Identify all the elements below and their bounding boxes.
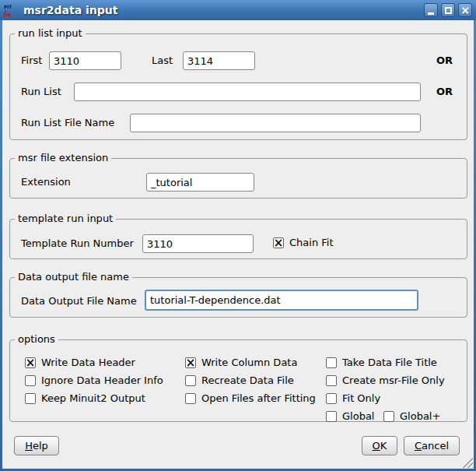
fit-only-checkbox-box[interactable] [326,393,337,404]
chain-fit-label: Chain Fit [289,237,334,248]
group-template-run-input: template run input Template Run Number ×… [9,219,467,259]
first-run-input[interactable] [49,51,121,70]
close-button[interactable]: × [458,3,472,17]
extension-label: Extension [21,173,71,192]
keep-minuit2-output-label: Keep Minuit2 Output [41,392,145,404]
or-label-run-list: OR [436,83,453,101]
checkbox-open-files-after-fitting[interactable]: Open Files after Fitting [185,392,316,404]
global-plus-checkbox-box[interactable] [383,411,394,422]
template-run-number-input[interactable] [142,234,254,253]
chain-fit-checkbox-box[interactable]: × [273,237,284,248]
checkbox-write-column-data[interactable]: × Write Column Data [185,357,297,368]
run-list-label: Run List [21,83,61,101]
open-files-after-fitting-checkbox-box[interactable] [185,393,196,404]
write-data-header-checkbox-box[interactable]: × [25,357,36,368]
last-run-input[interactable] [183,51,255,70]
write-column-data-checkbox-box[interactable]: × [185,357,196,368]
create-msr-file-only-checkbox-box[interactable] [326,375,337,386]
group-msr-file-extension: msr file extension Extension [9,158,467,199]
write-column-data-label: Write Column Data [201,357,297,368]
checkbox-take-data-file-title[interactable]: Take Data File Title [326,357,437,368]
open-files-after-fitting-label: Open Files after Fitting [201,392,316,404]
minimize-icon [428,12,434,15]
ignore-data-header-info-checkbox-box[interactable] [25,375,36,386]
dialog-content: run list input First Last OR Run List OR… [2,20,474,469]
cancel-button-label: ancel [422,440,449,452]
keep-minuit2-output-checkbox-box[interactable] [25,393,36,404]
help-button-label: elp [33,440,48,452]
write-data-header-label: Write Data Header [41,357,135,368]
close-icon: × [460,5,470,16]
msr2data-dialog-window: FIT ↓ DB msr2data input × run list input… [0,0,476,471]
take-data-file-title-checkbox-box[interactable] [326,357,337,368]
group-title-data-output-file-name: Data output file name [15,271,132,283]
template-run-number-label: Template Run Number [21,234,134,253]
data-output-file-name-label: Data Output File Name [21,290,137,311]
create-msr-file-only-label: Create msr-File Only [342,374,445,386]
fit-only-label: Fit Only [342,392,380,404]
run-list-file-name-input[interactable] [130,114,421,132]
ok-button-mnemonic: O [373,440,380,452]
group-options: options × Write Data Header Ignore Data … [9,339,467,422]
global-plus-label: Global+ [400,410,440,422]
run-list-file-name-label: Run List File Name [21,114,114,132]
group-title-template-run-input: template run input [15,213,116,224]
msr2data-app-icon: FIT ↓ DB [4,3,18,17]
group-run-list-input: run list input First Last OR Run List OR… [9,33,467,140]
data-output-file-name-input[interactable] [145,290,418,311]
first-label: First [21,51,42,70]
group-data-output-file-name: Data output file name Data Output File N… [9,277,467,318]
resize-grip[interactable] [461,456,473,468]
checkbox-recreate-data-file[interactable]: Recreate Data File [185,374,294,386]
help-button[interactable]: Help [14,436,59,455]
checkbox-ignore-data-header-info[interactable]: Ignore Data Header Info [25,374,163,386]
last-label: Last [152,51,173,70]
ignore-data-header-info-label: Ignore Data Header Info [41,374,163,386]
minimize-button[interactable] [424,3,438,17]
checkbox-global-plus[interactable]: Global+ [383,410,440,422]
take-data-file-title-label: Take Data File Title [342,357,437,368]
app-icon-db-text: DB [4,12,12,16]
checkbox-create-msr-file-only[interactable]: Create msr-File Only [326,374,445,386]
ok-button[interactable]: OK [362,436,397,455]
recreate-data-file-checkbox-box[interactable] [185,375,196,386]
checkbox-chain-fit[interactable]: × Chain Fit [273,237,334,248]
maximize-icon [445,7,452,14]
cancel-button-mnemonic: C [415,440,422,452]
cancel-button[interactable]: Cancel [404,436,460,455]
extension-input[interactable] [146,173,254,192]
or-label-first-last: OR [436,51,453,70]
title-bar[interactable]: FIT ↓ DB msr2data input × [0,0,476,20]
help-button-mnemonic: H [25,440,33,452]
checkbox-fit-only[interactable]: Fit Only [326,392,380,404]
window-title: msr2data input [23,4,421,16]
ok-button-label: K [380,440,387,452]
global-label: Global [342,410,374,422]
checkbox-global[interactable]: Global [326,410,374,422]
checkbox-write-data-header[interactable]: × Write Data Header [25,357,135,368]
run-list-input[interactable] [74,83,421,101]
checkbox-keep-minuit2-output[interactable]: Keep Minuit2 Output [25,392,145,404]
maximize-button[interactable] [441,3,455,17]
group-title-options: options [15,333,58,345]
group-title-run-list-input: run list input [15,27,86,39]
global-checkbox-box[interactable] [326,411,337,422]
group-title-msr-file-extension: msr file extension [15,152,111,163]
recreate-data-file-label: Recreate Data File [201,374,294,386]
